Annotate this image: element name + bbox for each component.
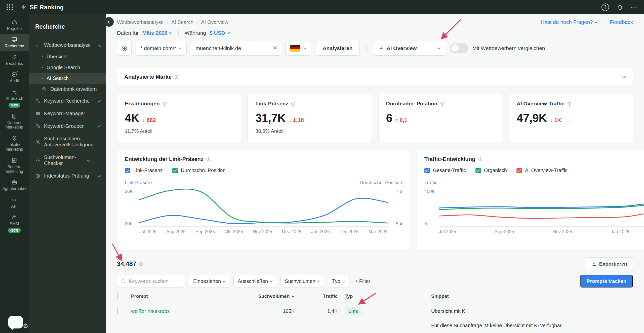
add-project-button[interactable] bbox=[117, 41, 132, 56]
analyze-button[interactable]: Analysieren bbox=[315, 41, 360, 56]
left-axis-label: Link-Präsenz bbox=[125, 180, 153, 185]
notifications-bell-icon[interactable] bbox=[617, 4, 623, 11]
questions-dropdown[interactable]: Hast du noch Fragen? bbox=[541, 19, 598, 25]
breadcrumb-item-ai-search[interactable]: AI Search bbox=[171, 19, 193, 25]
database-plus-icon bbox=[42, 87, 47, 92]
keyword-search-input[interactable] bbox=[128, 278, 182, 284]
legend-position[interactable]: Durchschn. Position bbox=[172, 168, 226, 173]
sidebar-item-keyword-manager[interactable]: Keyword-Manager bbox=[29, 107, 106, 120]
info-icon[interactable] bbox=[162, 101, 167, 106]
sidebar-item-suchvolumen-checker[interactable]: Suchvolumen-Checker bbox=[29, 151, 106, 170]
sidebar-item-uebersicht[interactable]: Übersicht bbox=[29, 51, 106, 62]
rail-item-ai-search[interactable]: AI Search New bbox=[0, 86, 29, 110]
clear-input-icon[interactable]: ✕ bbox=[273, 45, 277, 51]
prompt-link[interactable]: weißer hautkrebs bbox=[131, 308, 170, 314]
rail-item-smm[interactable]: SMM -20% bbox=[0, 212, 29, 236]
rail-item-projekte[interactable]: Projekte bbox=[0, 16, 29, 34]
main-content: Wettbewerbsanalyse › AI Search › AI Over… bbox=[106, 14, 644, 333]
sidebar-item-autovervollstaendigung[interactable]: Suchmaschinen-Autovervollständigung bbox=[29, 132, 106, 151]
panel-title: Analysierte Marke bbox=[124, 74, 172, 80]
domain-scope-select[interactable]: *.domain.com/* bbox=[136, 41, 187, 56]
info-icon[interactable] bbox=[206, 157, 211, 162]
info-icon[interactable] bbox=[440, 101, 445, 106]
briefcase-icon bbox=[11, 179, 17, 185]
info-icon[interactable] bbox=[174, 75, 179, 79]
more-menu-icon[interactable]: ⋯ bbox=[631, 4, 637, 11]
keyword-search-box[interactable] bbox=[117, 275, 185, 287]
header-suchvolumen[interactable]: Suchvolumen bbox=[239, 293, 295, 299]
info-icon[interactable] bbox=[291, 101, 296, 106]
country-select[interactable] bbox=[285, 41, 311, 56]
rail-item-lokales-marketing[interactable]: Lokales Marketing bbox=[0, 133, 29, 155]
track-prompts-button[interactable]: Prompts tracken bbox=[580, 275, 633, 287]
chat-bubble-button[interactable] bbox=[8, 316, 23, 328]
sliders-icon bbox=[35, 111, 41, 116]
x-axis-labels: Jul 2025Sep 2025 Nov 2025Jan 2026 Mär 20… bbox=[439, 229, 644, 234]
gear-icon[interactable]: ⚙ bbox=[23, 322, 28, 329]
currency-select[interactable]: $ USD bbox=[210, 30, 230, 36]
bolt-icon bbox=[20, 4, 27, 11]
checkbox-checked[interactable] bbox=[125, 168, 130, 173]
stat-value: 47,9K bbox=[517, 111, 547, 125]
row-checkbox[interactable] bbox=[117, 308, 118, 314]
rail-item-api[interactable]: API bbox=[0, 194, 29, 212]
feedback-link[interactable]: Feedback bbox=[610, 19, 633, 25]
sidebar-collapse-button[interactable] bbox=[104, 17, 114, 27]
sidebar-item-keyword-grouper[interactable]: Keyword-Grouper bbox=[29, 120, 106, 132]
plus-circle-icon bbox=[121, 45, 128, 52]
sidebar-item-datenbank-erweitern[interactable]: Datenbank erweitern bbox=[29, 84, 106, 95]
breadcrumb-item-wettbewerbsanalyse[interactable]: Wettbewerbsanalyse bbox=[117, 19, 164, 25]
legend-gesamt-traffic[interactable]: Gesamt-Traffic bbox=[424, 168, 466, 173]
select-all-checkbox[interactable] bbox=[117, 293, 118, 299]
sidebar-item-google-search[interactable]: Google Search bbox=[29, 62, 106, 73]
chart-title: Traffic-Entwicklung bbox=[424, 156, 475, 162]
map-pin-icon bbox=[11, 135, 17, 141]
info-icon[interactable] bbox=[139, 262, 143, 266]
mode-select[interactable]: AI Overview bbox=[373, 41, 446, 56]
domain-input[interactable] bbox=[191, 41, 281, 56]
notification-dot bbox=[17, 71, 19, 73]
legend-organisch[interactable]: Organisch bbox=[475, 168, 507, 173]
export-button[interactable]: Exportieren bbox=[586, 257, 633, 270]
exclude-filter[interactable]: Ausschließen bbox=[233, 275, 277, 287]
date-select[interactable]: März 2026 bbox=[142, 30, 172, 36]
checkbox-checked[interactable] bbox=[172, 168, 178, 173]
link-presence-chart-card: Entwicklung der Link-Präsenz Link-Präsen… bbox=[117, 150, 410, 250]
research-icon bbox=[11, 36, 17, 43]
rail-item-content-marketing[interactable]: Content Marketing bbox=[0, 110, 29, 133]
charts-row: Entwicklung der Link-Präsenz Link-Präsen… bbox=[117, 150, 633, 250]
checkbox-checked[interactable] bbox=[424, 168, 430, 173]
legend-ai-overview-traffic[interactable]: AI Overview-Traffic bbox=[516, 168, 568, 173]
info-icon[interactable] bbox=[567, 101, 572, 106]
sidebar-item-keyword-recherche[interactable]: Keyword-Recherche bbox=[29, 95, 106, 107]
chevron-up-icon bbox=[96, 42, 101, 48]
rail-item-backlinks[interactable]: Backlinks bbox=[0, 51, 29, 69]
compare-toggle[interactable] bbox=[450, 44, 468, 53]
sidebar-title: Recherche bbox=[29, 23, 106, 30]
period-controls: Daten für März 2026 Währung $ USD bbox=[117, 28, 633, 37]
analyzed-brand-panel[interactable]: Analysierte Marke bbox=[117, 68, 633, 86]
add-filter-button[interactable]: + Filter bbox=[353, 278, 373, 284]
help-icon[interactable]: ? bbox=[601, 4, 609, 11]
sidebar-item-ai-search[interactable]: AI Search bbox=[29, 73, 106, 84]
type-filter[interactable]: Typ bbox=[328, 275, 349, 287]
rail-item-recherche[interactable]: Recherche bbox=[0, 34, 29, 51]
include-filter[interactable]: Einbeziehen bbox=[189, 275, 230, 287]
volume-filter[interactable]: Suchvolumen bbox=[280, 275, 324, 287]
checkbox-checked[interactable] bbox=[475, 168, 481, 173]
sidebar-item-wettbewerbsanalyse[interactable]: Wettbewerbsanalyse bbox=[29, 39, 106, 51]
rail-item-berichterstellung[interactable]: Bericht-erstellung bbox=[0, 155, 29, 177]
stat-value: 31,7K bbox=[255, 111, 286, 125]
info-icon[interactable] bbox=[478, 157, 483, 162]
filter-row: Einbeziehen Ausschließen Suchvolumen Typ… bbox=[117, 275, 633, 287]
legend-link-praesenz[interactable]: Link-Präsenz bbox=[125, 168, 163, 173]
brand-logo[interactable]: SE Ranking bbox=[20, 4, 64, 11]
right-axis-ticks: 7,8 5,4 bbox=[388, 189, 402, 227]
cell-traffic: 1,4K bbox=[295, 307, 338, 314]
checkbox-checked[interactable] bbox=[516, 168, 522, 173]
sidebar-item-indexstatus[interactable]: Indexstatus-Prüfung bbox=[29, 170, 106, 182]
rail-item-audit[interactable]: Audit bbox=[0, 69, 29, 86]
table-header-row: Prompt Suchvolumen Traffic Typ Snippet bbox=[117, 293, 633, 303]
rail-item-agenturpaket[interactable]: Agenturpaket bbox=[0, 177, 29, 194]
apps-grid-icon[interactable] bbox=[7, 4, 13, 10]
